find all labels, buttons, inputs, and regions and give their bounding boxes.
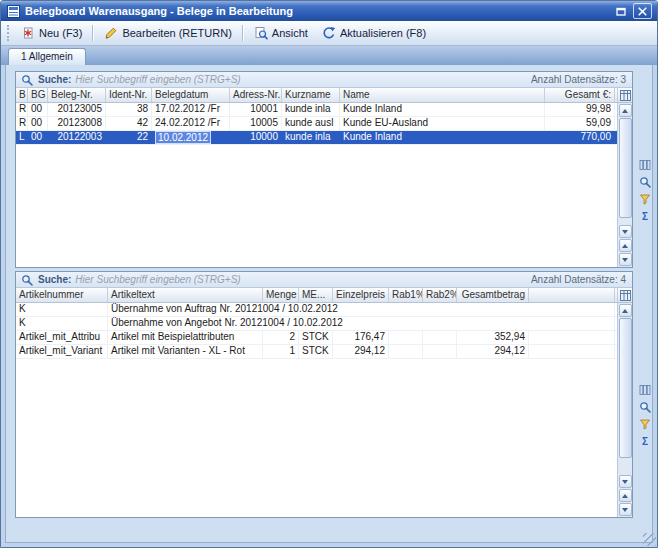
column-header[interactable]: Ident-Nr. — [106, 88, 152, 103]
table-cell[interactable]: L — [16, 131, 28, 144]
scrollbar-thumb[interactable] — [619, 118, 632, 218]
vertical-scrollbar[interactable] — [617, 103, 632, 267]
table-cell[interactable]: 10005 — [230, 117, 282, 130]
next-record-button[interactable] — [619, 253, 632, 266]
refresh-button[interactable]: Aktualisieren (F8) — [315, 22, 433, 44]
table-row[interactable]: KÜbernahme von Angebot Nr. 20121004 / 10… — [16, 317, 617, 331]
column-header[interactable]: Gesamtbetrag — [457, 288, 529, 303]
filter-icon[interactable] — [638, 192, 652, 206]
table-cell[interactable] — [389, 331, 423, 344]
column-header[interactable]: Rab2% — [423, 288, 457, 303]
table-cell[interactable] — [529, 331, 615, 344]
titlebar[interactable]: Belegboard Warenausgang - Belege in Bear… — [1, 1, 657, 21]
new-button[interactable]: Neu (F3) — [14, 22, 89, 44]
column-header[interactable]: Adress-Nr. — [230, 88, 282, 103]
table-cell[interactable]: Artikel_mit_Attribu — [16, 331, 108, 344]
next-record-button[interactable] — [619, 503, 632, 516]
prev-record-button[interactable] — [619, 489, 632, 502]
table-cell[interactable]: 42 — [106, 117, 152, 130]
table-row[interactable]: L00201220032210.02.201210000kunde inlaKu… — [16, 131, 617, 145]
table-cell[interactable]: 59,09 — [545, 117, 615, 130]
search-input[interactable] — [75, 74, 527, 86]
table-cell[interactable]: 176,47 — [333, 331, 389, 344]
table-cell[interactable]: kunde inla — [282, 131, 340, 144]
inline-date-editor[interactable]: 10.02.2012 — [155, 131, 211, 144]
table-cell[interactable]: 20122003 — [48, 131, 106, 144]
table-cell[interactable]: Kunde Inland — [340, 131, 545, 144]
column-header[interactable]: Gesamt €: — [545, 88, 615, 103]
table-cell[interactable]: 10000 — [230, 131, 282, 144]
table-row[interactable]: Artikel_mit_VariantArtikel mit Varianten… — [16, 345, 617, 359]
table-cell[interactable]: K — [16, 303, 108, 316]
column-header[interactable]: ME... — [299, 288, 333, 303]
search-icon[interactable] — [638, 400, 652, 414]
column-chooser-button[interactable] — [617, 288, 632, 303]
table-cell[interactable]: 2 — [263, 331, 299, 344]
table-cell[interactable]: 00 — [28, 117, 48, 130]
table-cell[interactable] — [529, 345, 615, 358]
filter-icon[interactable] — [638, 417, 652, 431]
table-cell[interactable]: 20123008 — [48, 117, 106, 130]
table-cell[interactable]: R — [16, 103, 28, 116]
table-cell[interactable]: 294,12 — [457, 345, 529, 358]
table-cell[interactable] — [389, 345, 423, 358]
column-header[interactable]: Kurzname — [282, 88, 340, 103]
close-button[interactable] — [633, 3, 652, 19]
scroll-up-button[interactable] — [619, 304, 632, 317]
search-input[interactable] — [75, 274, 527, 286]
table-cell[interactable]: kunde inla — [282, 103, 340, 116]
column-header[interactable]: Einzelpreis — [333, 288, 389, 303]
column-header[interactable]: Rab1% — [389, 288, 423, 303]
scrollbar-track[interactable] — [619, 318, 632, 473]
table-cell[interactable]: 20123005 — [48, 103, 106, 116]
tab-allgemein[interactable]: 1 Allgemein — [8, 48, 86, 65]
search-icon[interactable] — [638, 175, 652, 189]
column-header[interactable]: Artikelnummer — [16, 288, 108, 303]
table-cell[interactable]: Übernahme von Angebot Nr. 20121004 / 10.… — [108, 317, 615, 330]
scroll-down-button[interactable] — [619, 225, 632, 238]
table-cell[interactable]: R — [16, 117, 28, 130]
table-cell[interactable]: 10.02.2012 — [152, 131, 230, 144]
table-row[interactable]: Artikel_mit_AttribuArtikel mit Beispiela… — [16, 331, 617, 345]
table-cell[interactable]: 00 — [28, 103, 48, 116]
table-cell[interactable]: 00 — [28, 131, 48, 144]
table-cell[interactable]: Übernahme von Auftrag Nr. 20121004 / 10.… — [108, 303, 615, 316]
table-cell[interactable]: 38 — [106, 103, 152, 116]
column-header[interactable]: Artikeltext — [108, 288, 263, 303]
column-header[interactable]: Menge — [263, 288, 299, 303]
scroll-down-button[interactable] — [619, 475, 632, 488]
column-header[interactable]: Name — [340, 88, 545, 103]
table-cell[interactable]: kunde ausl — [282, 117, 340, 130]
column-header[interactable]: B — [16, 88, 28, 103]
table-cell[interactable]: 22 — [106, 131, 152, 144]
sum-icon[interactable]: Σ — [638, 434, 652, 448]
toolbar-grip[interactable] — [7, 25, 9, 41]
table-cell[interactable]: 99,98 — [545, 103, 615, 116]
vertical-scrollbar[interactable] — [617, 303, 632, 517]
table-cell[interactable]: Artikel mit Varianten - XL - Rot — [108, 345, 263, 358]
table-cell[interactable]: Artikel mit Beispielattributen — [108, 331, 263, 344]
table-cell[interactable]: 294,12 — [333, 345, 389, 358]
table-cell[interactable]: STCK — [299, 345, 333, 358]
columns-icon[interactable] — [638, 383, 652, 397]
column-header[interactable] — [529, 288, 615, 303]
table-row[interactable]: R00201230084224.02.2012 /Fr10005kunde au… — [16, 117, 617, 131]
table-cell[interactable]: Artikel_mit_Variant — [16, 345, 108, 358]
table-cell[interactable]: Kunde EU-Ausland — [340, 117, 545, 130]
column-header[interactable]: BG — [28, 88, 48, 103]
table-cell[interactable] — [423, 331, 457, 344]
prev-record-button[interactable] — [619, 239, 632, 252]
table-cell[interactable]: STCK — [299, 331, 333, 344]
table-cell[interactable]: 352,94 — [457, 331, 529, 344]
table-row[interactable]: KÜbernahme von Auftrag Nr. 20121004 / 10… — [16, 303, 617, 317]
restore-button[interactable] — [612, 4, 629, 18]
table-cell[interactable] — [423, 345, 457, 358]
column-header[interactable]: Belegdatum — [152, 88, 230, 103]
scrollbar-track[interactable] — [619, 118, 632, 223]
column-chooser-button[interactable] — [617, 88, 632, 103]
table-cell[interactable]: 17.02.2012 /Fr — [152, 103, 230, 116]
scrollbar-thumb[interactable] — [619, 318, 632, 458]
columns-icon[interactable] — [638, 158, 652, 172]
table-cell[interactable]: 10001 — [230, 103, 282, 116]
table-cell[interactable]: 1 — [263, 345, 299, 358]
